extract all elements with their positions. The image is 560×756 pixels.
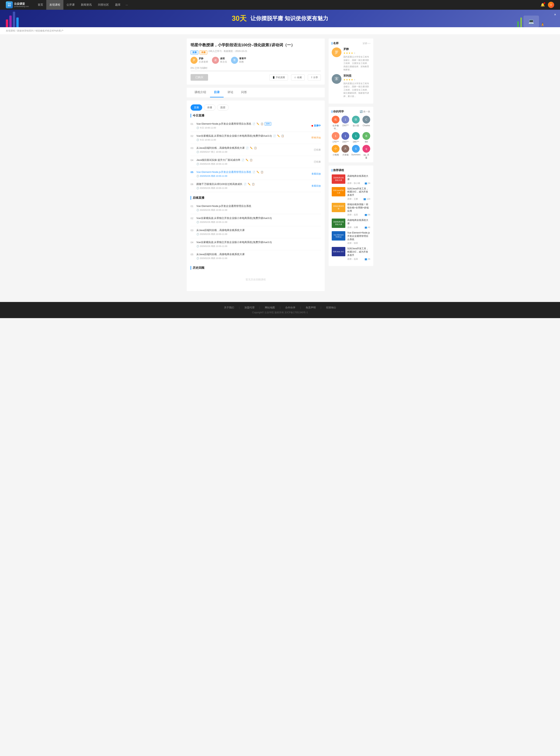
teachers-next[interactable]: ›	[369, 42, 370, 45]
share-icon[interactable]: 📋	[261, 171, 263, 174]
rec-item[interactable]: 玩转Java JUC 玩转Java开发工具，精通JUC，成为开发多面手 讲师：岳…	[332, 247, 370, 260]
lesson-num: 05	[191, 253, 196, 256]
edit-icon[interactable]: ✏️	[277, 135, 280, 137]
lesson-time: 🕐 2020/02/26 周四 10:00-11:00	[196, 221, 321, 224]
star: ★	[348, 78, 351, 81]
teacher-info-2: 凌荷 班主任	[220, 57, 227, 64]
rec-meta: 讲师：张田	[347, 242, 370, 245]
rec-teacher: 讲师：岳田	[347, 258, 358, 261]
history-section: 历史回顾 暂无历史回顾课程	[191, 266, 321, 287]
footer-link-sitemap[interactable]: 网站地图	[265, 306, 275, 310]
share-icon[interactable]: 📋	[250, 159, 253, 161]
star-empty: ★	[354, 52, 356, 55]
lesson-status[interactable]: 查看回放	[309, 184, 321, 187]
share-icon[interactable]: 📋	[261, 122, 263, 125]
classmate-name: Charles	[363, 124, 370, 126]
logo[interactable]: 云朵课堂 云朵课堂 yunduoketang.com	[6, 1, 29, 8]
footer-link-recruit[interactable]: 招资纳士	[326, 306, 336, 310]
breadcrumb-home[interactable]: 发现课程	[6, 29, 15, 32]
collect-button[interactable]: ☆ 收藏	[291, 75, 304, 80]
rec-item[interactable]: Vue Element Node.js Vue Element+Node.js开…	[332, 231, 370, 245]
share-icon[interactable]: 📋	[281, 135, 284, 137]
tab-catalog[interactable]: 目录	[210, 88, 224, 97]
lesson-item: 03 从Java后端到全栈，高级电商全栈系统大课 🕐 2020/02/26 周四…	[191, 226, 321, 238]
tab-review[interactable]: 评论	[224, 88, 237, 97]
edit-icon[interactable]: ✏️	[245, 159, 248, 161]
doc-icon[interactable]: 📄	[246, 146, 249, 149]
share-icon[interactable]: 📋	[254, 146, 257, 149]
rec-item[interactable]: 高级电商全线系统大课 高级电商全线系统大课 讲师：冷卿 👥 46	[332, 219, 370, 229]
share-button[interactable]: ⇧ 分享	[308, 75, 321, 80]
footer-link-disclaimer[interactable]: 免责声明	[306, 306, 316, 310]
nav-right: 🔔 U	[541, 2, 554, 8]
rec-thumb: 玩转Java开发工具	[332, 187, 345, 196]
edit-icon[interactable]: ✏️	[257, 122, 259, 125]
doc-icon[interactable]: 📄	[253, 122, 255, 125]
sub-tab-offline[interactable]: 面授	[217, 104, 229, 111]
footer-divider: ｜	[320, 306, 322, 310]
doc-icon[interactable]: 📄	[253, 171, 255, 174]
lesson-title: Vue全家桶实战 从零独立开发企业级小米电商系统(免费升级Vue3.0) 📄 ✏…	[196, 134, 309, 138]
teacher-card-2: 宋 宋利坚 ★ ★ ★ ★ ★ 国内某重点大学安全工程专业硕士，国家一级注册消防…	[332, 74, 370, 98]
footer-divider: ｜	[238, 306, 241, 310]
mobile-watch-button[interactable]: 📱 手机观看	[269, 75, 288, 80]
rec-item[interactable]: 前端全栈加强版 前端全栈加强版！前端全栈+全周期+多端应用 讲师：岳田 👥 56	[332, 203, 370, 216]
nav-item-open[interactable]: 公开课	[63, 0, 78, 10]
teacher-role-2: 班主任	[220, 60, 227, 64]
lesson-time: 🕐 2020/02/26 周四 10:00-11:00	[196, 162, 312, 165]
logo-subtext: yunduoketang.com	[14, 5, 29, 7]
nav-more[interactable]: ···	[124, 3, 130, 6]
edit-icon[interactable]: ✏️	[250, 146, 253, 149]
edit-icon[interactable]: ✏️	[248, 183, 251, 185]
classmates-refresh[interactable]: 🔄 换一换	[360, 110, 370, 113]
tab-intro[interactable]: 课程介绍	[191, 88, 210, 97]
promotional-banner: 30天 让你摆脱平庸 知识使你更有魅力 💻 🧍 ×	[0, 10, 560, 27]
lesson-title: Vue Element+Node.js开发企业通用管理后台系统 📄 ✏️ 📋	[196, 170, 309, 174]
footer-divider: ｜	[299, 306, 302, 310]
rec-title-text: 前端全栈加强版！前端全栈+全周期+多端应用	[347, 203, 370, 213]
notification-bell[interactable]: 🔔	[541, 3, 545, 7]
teacher-item-2: 凌 凌荷 班主任	[212, 57, 227, 64]
lesson-info: Vue全家桶实战 从零独立开发企业级小米电商系统(免费升级Vue3.0) 📄 ✏…	[196, 134, 309, 141]
footer-link-agent[interactable]: 加盟代理	[244, 306, 255, 310]
classmate-name: qq_天蓬	[362, 154, 370, 159]
classmate-avatar: 1	[341, 132, 349, 140]
sub-tab-record[interactable]: 录播	[204, 104, 216, 111]
history-empty: 暂无历史回顾课程	[191, 272, 321, 287]
teacher-item-1: 罗 罗静 主讲老师	[191, 57, 208, 64]
classmate-name: Summers	[352, 154, 360, 156]
rec-item[interactable]: 玩转Java开发工具 玩转Java开发工具，精通JUC，成为开发多面手 讲师：王…	[332, 187, 370, 200]
footer-link-about[interactable]: 关于我们	[224, 306, 234, 310]
rec-info: 玩转Java开发工具，精通JUC，成为开发多面手 讲师：岳田 👥 46	[347, 247, 370, 260]
classmate-avatar: C	[362, 116, 370, 123]
lesson-status[interactable]: 查看回放	[309, 172, 321, 176]
teachers-prev[interactable]: ‹	[368, 42, 369, 45]
sub-tab-live[interactable]: 直播	[191, 104, 202, 111]
classmate-avatar: q	[362, 145, 370, 153]
user-avatar[interactable]: U	[548, 2, 554, 8]
nav-item-qa[interactable]: 问答社区	[95, 0, 112, 10]
nav-item-home[interactable]: 首页	[35, 0, 46, 10]
classmate-name: 1567**	[342, 124, 348, 126]
doc-icon[interactable]: 📄	[241, 159, 244, 161]
tab-qa[interactable]: 问答	[237, 88, 251, 97]
edit-icon[interactable]: ✏️	[257, 171, 259, 174]
breadcrumb-series[interactable]: 新媒体营销系列	[17, 29, 34, 32]
nav-item-news[interactable]: 新闻资讯	[78, 0, 95, 10]
nav-item-exam[interactable]: 题库	[112, 0, 124, 10]
banner-close-button[interactable]: ×	[554, 13, 556, 17]
rec-teacher: 讲师：岳田	[347, 213, 358, 216]
doc-icon[interactable]: 📄	[273, 135, 276, 137]
share-icon[interactable]: 📋	[252, 183, 255, 185]
rec-students: 👥 46	[365, 226, 370, 229]
footer-link-partner[interactable]: 合作伙伴	[285, 306, 295, 310]
classmate-name: 张小田	[353, 124, 359, 127]
classmate-name: 大笨狼	[342, 154, 348, 156]
lesson-info: 从Java后端到全栈，高级电商全栈系统大课 📄 ✏️ 📋 🕐 2020/02/2…	[196, 146, 312, 154]
course-badges: 直播 录播 246人已学习 · 有效期至：2019-10-21	[191, 49, 321, 55]
nav-item-courses[interactable]: 发现课程	[46, 0, 63, 10]
star: ★	[346, 52, 348, 55]
rec-item[interactable]: 高级电商全线系统大课 高级电商全线系统大课 讲师：张小锋 👥 34	[332, 174, 370, 185]
lesson-status: 即将开始	[309, 136, 321, 139]
doc-icon[interactable]: 📄	[244, 183, 246, 185]
